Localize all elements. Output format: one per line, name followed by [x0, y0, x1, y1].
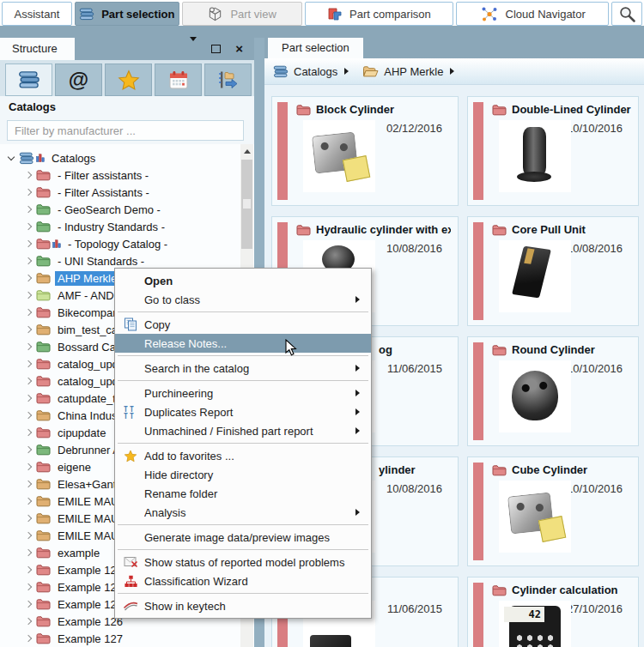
- part-selection-panel-tab[interactable]: Part selection: [268, 38, 363, 58]
- chevron-collapsed-icon[interactable]: [22, 499, 36, 504]
- menu-separator: [118, 593, 368, 594]
- scroll-up-icon[interactable]: [240, 144, 253, 158]
- tab-assistant[interactable]: Assistant: [2, 2, 72, 26]
- catalog-card-block-cylinder[interactable]: Block Cylinder02/12/2016: [271, 96, 459, 206]
- card-preview-vertical-cylinder: [499, 120, 571, 192]
- tree-item-icons: [36, 392, 51, 404]
- menu-item-purchineering[interactable]: Purchineering: [115, 384, 371, 402]
- catalog-card-double-lined-cylinder[interactable]: Double-Lined Cylinder10/10/2016: [467, 96, 639, 206]
- tab-part-selection[interactable]: Part selection: [75, 2, 179, 26]
- chevron-collapsed-icon[interactable]: [22, 430, 36, 435]
- menu-item-analysis[interactable]: Analysis: [115, 503, 371, 522]
- tree-item-industry-standards[interactable]: - Industry Standards -: [0, 218, 240, 235]
- panel-close-button[interactable]: ×: [235, 41, 243, 57]
- chevron-collapsed-icon[interactable]: [22, 636, 36, 641]
- breadcrumb-catalogs[interactable]: Catalogs: [273, 65, 337, 78]
- tab-part-comparison[interactable]: Part comparison: [305, 2, 454, 26]
- structure-tab-star[interactable]: [105, 63, 152, 96]
- tree-item-geosearch-demo[interactable]: - GeoSearch Demo -: [0, 201, 240, 218]
- tree-item-icons: [36, 169, 51, 181]
- catalog-card-core-pull-unit[interactable]: Core Pull Unit10/08/2016: [467, 216, 639, 326]
- structure-tab[interactable]: Structure: [0, 38, 75, 60]
- chevron-collapsed-icon[interactable]: [22, 567, 36, 572]
- tree-item-uni-standards[interactable]: - UNI Standards -: [0, 252, 240, 269]
- folder-red-icon: [36, 598, 51, 610]
- application-window: AssistantPart selectionPart viewPart com…: [0, 0, 644, 647]
- card-preview-cube-cylinder: [499, 481, 571, 553]
- menu-item-label: Search in the catalog: [144, 362, 355, 375]
- chevron-collapsed-icon[interactable]: [22, 207, 36, 212]
- breadcrumb-ahp-merkle[interactable]: AHP Merkle: [362, 65, 443, 78]
- menu-item-go-to-class[interactable]: Go to class: [115, 290, 371, 309]
- chevron-collapsed-icon[interactable]: [22, 275, 36, 281]
- chevron-collapsed-icon[interactable]: [22, 344, 36, 349]
- tree-item-filter-assistants[interactable]: - Filter Assistants -: [0, 184, 240, 201]
- menu-item-show-status-of-reported-model-problems[interactable]: Show status of reported model problems: [115, 553, 371, 571]
- chevron-collapsed-icon[interactable]: [22, 447, 36, 452]
- chevron-collapsed-icon[interactable]: [22, 413, 36, 418]
- part-shape: [512, 371, 558, 420]
- tab-part-view[interactable]: Part view: [182, 2, 302, 26]
- tree-item-filter-assistants[interactable]: - Filter assistants -: [0, 166, 240, 184]
- chevron-collapsed-icon[interactable]: [22, 327, 36, 332]
- tree-item-topology-catalog[interactable]: - Topology Catalog -: [0, 235, 240, 252]
- chevron-collapsed-icon[interactable]: [22, 619, 36, 624]
- chevron-collapsed-icon[interactable]: [22, 378, 36, 384]
- menu-item-open[interactable]: Open: [115, 271, 371, 290]
- menu-item-label: Go to class: [144, 293, 355, 306]
- manufacturer-filter-input[interactable]: [7, 120, 244, 141]
- chevron-collapsed-icon[interactable]: [22, 293, 36, 298]
- scrollbar-thumb[interactable]: [241, 160, 252, 249]
- menu-item-rename-folder[interactable]: Rename folder: [115, 484, 371, 503]
- menu-item-duplicates-report[interactable]: TTTTDuplicates Report: [115, 402, 371, 421]
- chevron-collapsed-icon[interactable]: [22, 190, 36, 195]
- chevron-collapsed-icon[interactable]: [22, 258, 36, 263]
- chevron-collapsed-icon[interactable]: [22, 396, 36, 401]
- structure-tab-books[interactable]: [5, 63, 52, 96]
- tree-item-label: Catalogs: [49, 151, 98, 166]
- folder-red-icon: [36, 615, 51, 627]
- tree-item-icons: [36, 238, 61, 250]
- menu-item-show-in-keytech[interactable]: Show in keytech: [115, 596, 371, 615]
- chevron-expanded-icon[interactable]: [5, 157, 19, 160]
- menu-item-hide-directory[interactable]: Hide directory: [115, 465, 371, 484]
- catalog-card-cube-cylinder[interactable]: Cube Cylinder10/10/2016: [467, 457, 639, 566]
- catalog-card-cylinder-calculation[interactable]: Cylinder calculation27/10/201642: [467, 577, 639, 647]
- chevron-collapsed-icon[interactable]: [22, 361, 36, 366]
- chevron-collapsed-icon[interactable]: [22, 550, 36, 555]
- structure-icon-tabs: @: [0, 60, 254, 96]
- chevron-collapsed-icon[interactable]: [22, 241, 36, 246]
- tree-item-example-127[interactable]: Example 127: [0, 630, 240, 647]
- chevron-collapsed-icon[interactable]: [22, 224, 36, 229]
- structure-tab-calendar[interactable]: [155, 63, 202, 96]
- menu-item-copy[interactable]: Copy: [115, 315, 371, 334]
- menu-item-classification-wizard[interactable]: Classification Wizard: [115, 571, 371, 590]
- chevron-collapsed-icon[interactable]: [22, 516, 36, 521]
- tree-item-catalogs[interactable]: Catalogs: [0, 149, 240, 166]
- panel-chevron-down-button[interactable]: [190, 41, 197, 57]
- catalog-card-round-cylinder[interactable]: Round Cylinder10/10/2016: [467, 336, 639, 446]
- menu-item-add-to-favorites[interactable]: Add to favorites ...: [115, 446, 371, 465]
- search-button[interactable]: [611, 2, 642, 26]
- panel-maximize-button[interactable]: [211, 45, 221, 53]
- chevron-collapsed-icon[interactable]: [22, 481, 36, 487]
- folder-red-icon: [36, 358, 51, 370]
- chevron-collapsed-icon[interactable]: [22, 310, 36, 315]
- chevron-collapsed-icon[interactable]: [22, 602, 36, 607]
- chevron-collapsed-icon[interactable]: [22, 584, 36, 590]
- card-header: Cube Cylinder: [492, 463, 631, 476]
- folder-red-icon: [36, 461, 51, 473]
- chevron-collapsed-icon[interactable]: [22, 172, 36, 178]
- menu-item-release-notes[interactable]: Release Notes...: [115, 334, 371, 353]
- menu-separator: [118, 443, 368, 444]
- structure-tab-at[interactable]: @: [55, 63, 102, 96]
- chevron-collapsed-icon[interactable]: [22, 464, 36, 469]
- search-icon: [618, 5, 636, 23]
- chevron-collapsed-icon[interactable]: [22, 533, 36, 538]
- tab-cloud-navigator[interactable]: Cloud Navigator: [456, 2, 609, 26]
- menu-item-generate-image-data-preview-images[interactable]: Generate image data/preview images: [115, 528, 371, 547]
- menu-item-search-in-the-catalog[interactable]: Search in the catalog: [115, 359, 371, 378]
- folder-tan-icon: [36, 272, 51, 284]
- structure-tab-export[interactable]: [204, 63, 252, 96]
- menu-item-unmachined-finished-part-report[interactable]: Unmachined / Finished part report: [115, 421, 371, 440]
